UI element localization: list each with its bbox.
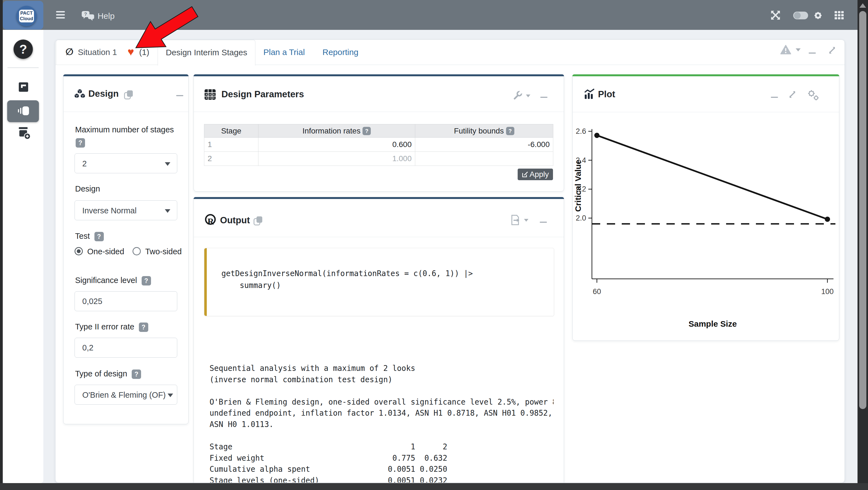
minus-icon (540, 97, 548, 98)
topbar: PACT Cloud ? Help (0, 0, 858, 30)
col-futility-bounds: Futility bounds ? (415, 124, 553, 138)
plot-panel: Plot 2. (572, 74, 839, 341)
plot-expand-button[interactable] (787, 90, 797, 100)
test-label-row: Test ? (75, 232, 104, 241)
r-code-block: getDesignInverseNormal(informationRates … (204, 248, 554, 316)
type-help-badge[interactable]: ? (132, 370, 141, 379)
warnings-dropdown[interactable] (780, 45, 801, 56)
sig-label-row: Significance level ? (75, 276, 151, 286)
add-box-icon (17, 127, 31, 140)
svg-text:Sample Size: Sample Size (688, 319, 737, 328)
output-panel-accent (193, 197, 564, 199)
sidebar-item-design-active[interactable] (7, 100, 39, 122)
svg-text:2.6: 2.6 (576, 127, 586, 136)
gears-icon (807, 90, 819, 100)
tab-situation[interactable]: ∅ Situation 1 ♥ (1) (56, 40, 158, 65)
sidebar-item-add-situation[interactable] (17, 127, 31, 141)
tab-design-interim-stages[interactable]: Design Interim Stages (158, 40, 255, 65)
export-dropdown[interactable] (511, 214, 528, 227)
app-logo[interactable]: PACT Cloud (3, 1, 43, 30)
params-collapse-button[interactable] (540, 94, 548, 99)
apply-button[interactable]: Apply (518, 169, 553, 180)
chevron-down-icon (167, 394, 173, 397)
svg-text:2.0: 2.0 (576, 214, 586, 222)
design-select-value: Inverse Normal (82, 206, 137, 215)
settings-gear-icon (813, 10, 823, 21)
significance-level-input[interactable] (74, 291, 177, 311)
sig-help-badge[interactable]: ? (142, 276, 151, 286)
help-label: Help (97, 11, 115, 21)
toggle-knob (794, 12, 801, 19)
type2-error-input[interactable] (74, 338, 177, 357)
chevron-down-icon (526, 94, 530, 97)
max-stages-label: Maximum number of stages (75, 125, 174, 134)
output-header-divider (194, 237, 564, 237)
collapse-all-button[interactable] (809, 50, 816, 55)
apps-grid-button[interactable] (835, 11, 844, 21)
info-rate-cell[interactable]: 1.000 (258, 152, 415, 166)
output-collapse-button[interactable] (540, 220, 547, 224)
arrows-fullscreen-icon (771, 10, 780, 20)
futility-cell[interactable] (415, 152, 553, 166)
test-help-badge[interactable]: ? (94, 232, 104, 241)
tab-reporting[interactable]: Reporting (322, 48, 359, 57)
design-collapse-button[interactable] (176, 93, 183, 98)
chevron-down-icon (165, 209, 170, 213)
help-button[interactable]: ? Help (82, 10, 115, 22)
avatar[interactable]: ? (13, 39, 33, 59)
info-rate-cell[interactable]: 0.600 (258, 138, 415, 152)
test-label: Test (75, 232, 90, 240)
max-stages-select[interactable]: 2 (74, 153, 177, 173)
r-output-text: Sequential analysis with a maximum of 2 … (210, 363, 554, 483)
type-label: Type of design (75, 369, 127, 378)
window-left-edge (0, 0, 3, 490)
futility-cell[interactable]: -6.000 (415, 138, 553, 152)
plot-panel-accent (572, 74, 839, 76)
plot-collapse-button[interactable] (771, 94, 778, 99)
app-window: PACT Cloud ? Help (0, 0, 868, 490)
minus-icon (809, 53, 816, 54)
radio-one-sided[interactable] (74, 247, 83, 255)
params-header-divider (194, 112, 564, 112)
plot-settings-button[interactable] (807, 90, 819, 102)
sidebar: ? (3, 30, 43, 483)
design-parameters-table: Stage Information rates ? Futility bound… (204, 124, 553, 166)
grid-icon (835, 11, 844, 20)
empty-set-icon: ∅ (65, 46, 73, 57)
flag-board-icon (19, 82, 28, 92)
tab-plan-a-trial[interactable]: Plan a Trial (264, 48, 305, 57)
design-select[interactable]: Inverse Normal (74, 200, 177, 220)
type-of-design-value: O'Brien & Fleming (OF) (82, 391, 166, 399)
code-accent-bar (204, 248, 207, 316)
window-vscrollbar[interactable] (858, 0, 868, 490)
copy-icon[interactable] (253, 215, 263, 226)
menu-button[interactable] (56, 10, 65, 19)
scroll-up-arrow-icon[interactable] (860, 3, 866, 8)
type-of-design-select[interactable]: O'Brien & Fleming (OF) (74, 385, 177, 405)
logo-text-1: PACT (19, 10, 34, 16)
params-tools-dropdown[interactable] (513, 91, 530, 102)
tab-situation-count: (1) (139, 48, 149, 57)
fullscreen-button[interactable] (771, 10, 780, 21)
info-rates-help-badge[interactable]: ? (363, 127, 371, 135)
radio-two-sided[interactable] (132, 247, 141, 255)
settings-button[interactable] (813, 10, 823, 22)
svg-text:Critical Value: Critical Value (574, 160, 583, 212)
sidebar-item-situations[interactable] (19, 82, 28, 93)
vscroll-thumb[interactable] (859, 11, 866, 409)
one-sided-label: One-sided (87, 247, 124, 256)
params-panel-title: Design Parameters (221, 89, 304, 99)
col-stage: Stage (204, 124, 258, 138)
beta-help-badge[interactable]: ? (139, 322, 148, 332)
chevron-down-icon (165, 162, 170, 166)
code-line: summary() (221, 281, 281, 290)
cubes-icon (74, 88, 86, 100)
futility-help-badge[interactable]: ? (506, 127, 514, 135)
copy-icon[interactable] (124, 90, 134, 100)
plot-panel-title: Plot (598, 89, 615, 99)
theme-toggle[interactable] (793, 11, 808, 19)
expand-all-button[interactable] (827, 45, 837, 56)
beta-label: Type II error rate (75, 322, 134, 331)
heart-icon[interactable]: ♥ (128, 46, 134, 58)
max-stages-help-badge[interactable]: ? (75, 138, 85, 148)
